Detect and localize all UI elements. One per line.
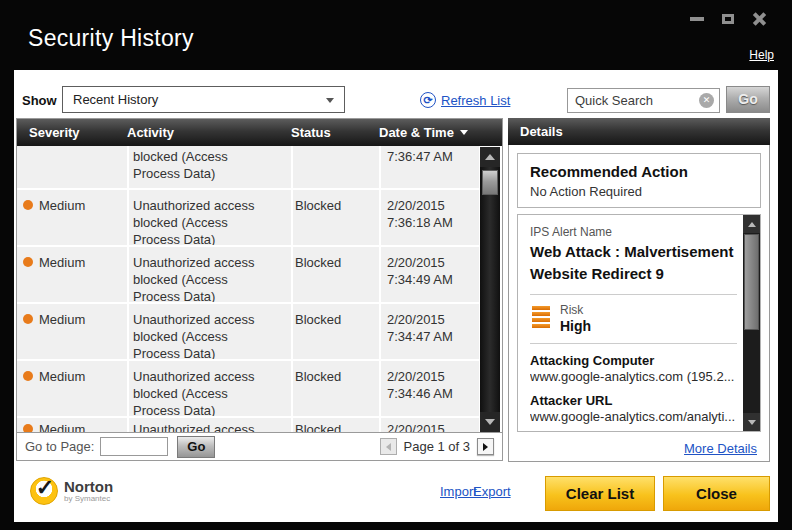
activity-cell: blocked (Access Process Data)	[127, 146, 291, 188]
more-details-link[interactable]: More Details	[684, 441, 757, 456]
quick-search-box: ✕	[567, 88, 720, 113]
severity-dot	[23, 371, 33, 381]
norton-brand: ✓ Norton by Symantec	[30, 477, 113, 505]
page-indicator: Page 1 of 3	[404, 439, 471, 454]
risk-label: Risk	[560, 303, 591, 317]
severity-label: Medium	[39, 197, 85, 214]
close-button[interactable]: Close	[663, 476, 770, 511]
column-severity[interactable]: Severity	[17, 125, 127, 140]
recommended-action-title: Recommended Action	[530, 163, 748, 180]
status-cell: Blocked	[291, 190, 379, 245]
show-label: Show	[22, 93, 57, 108]
severity-dot	[23, 314, 33, 324]
page-title: Security History	[28, 25, 194, 52]
risk-level-icon	[532, 306, 550, 328]
datetime-cell: 2/20/20157:36:18 AM	[379, 190, 479, 245]
previous-page-button[interactable]	[380, 438, 397, 455]
goto-page-label: Go to Page:	[25, 439, 94, 454]
recommended-action-text: No Action Required	[530, 184, 748, 199]
clear-list-button[interactable]: Clear List	[545, 476, 655, 511]
brand-byline: by Symantec	[64, 494, 113, 503]
status-cell: Blocked	[291, 361, 379, 416]
risk-row: Risk High	[530, 303, 737, 334]
activity-cell: Unauthorized access blocked (Access Proc…	[127, 304, 291, 359]
risk-value: High	[560, 318, 591, 334]
datetime-cell: 2/20/20157:34:46 AM	[379, 361, 479, 416]
datetime-cell: 2/20/2015	[379, 418, 479, 433]
status-cell: Blocked	[291, 247, 379, 302]
details-panel: Recommended Action No Action Required IP…	[508, 145, 770, 462]
details-scrollbar[interactable]	[743, 215, 760, 431]
help-link[interactable]: Help	[749, 48, 774, 62]
table-row[interactable]: Medium Unauthorized access blocked (Acce…	[17, 304, 479, 359]
table-row[interactable]: blocked (Access Process Data) 7:36:47 AM	[17, 146, 479, 188]
scroll-up-icon[interactable]	[480, 147, 500, 167]
import-link[interactable]: Import	[440, 484, 477, 499]
search-input[interactable]	[568, 93, 699, 108]
severity-label: Medium	[39, 254, 85, 271]
maximize-icon[interactable]	[719, 11, 737, 27]
arrow-left-icon	[386, 443, 391, 451]
goto-page-go-button[interactable]: Go	[177, 436, 215, 458]
status-cell	[291, 146, 379, 188]
table-body: blocked (Access Process Data) 7:36:47 AM…	[17, 146, 502, 433]
table-row[interactable]: Medium Unauthorized access blocked (Acce…	[17, 190, 479, 245]
clear-search-icon[interactable]: ✕	[699, 93, 714, 108]
table-header: Severity Activity Status Date & Time	[17, 119, 502, 146]
refresh-list-label: Refresh List	[441, 93, 510, 108]
attacker-url-field: Attacker URL www.google-analytics.com/an…	[530, 393, 737, 424]
arrow-right-icon	[483, 443, 488, 451]
close-icon[interactable]	[750, 11, 768, 27]
severity-label: Medium	[39, 368, 85, 385]
refresh-list-link[interactable]: ⟳ Refresh List	[420, 92, 510, 108]
severity-dot	[23, 200, 33, 210]
table-row[interactable]: Medium Unauthorized access blocked (Acce…	[17, 247, 479, 302]
history-table: Severity Activity Status Date & Time blo…	[16, 118, 503, 461]
ips-alert-value: Web Attack : Malvertisement Website Redi…	[530, 241, 737, 285]
activity-cell: Unauthorized access blocked (Access Proc…	[127, 190, 291, 245]
details-header: Details	[508, 118, 770, 145]
activity-cell: Unauthorized access	[127, 418, 291, 433]
scroll-down-icon[interactable]	[743, 413, 760, 431]
recommended-action-box: Recommended Action No Action Required	[517, 153, 761, 208]
scrollbar-thumb[interactable]	[744, 234, 759, 330]
scroll-up-icon[interactable]	[743, 215, 760, 233]
scrollbar-thumb[interactable]	[482, 170, 498, 195]
scroll-down-icon[interactable]	[480, 412, 500, 432]
datetime-cell: 2/20/20157:34:49 AM	[379, 247, 479, 302]
severity-dot	[23, 257, 33, 267]
status-cell: Blocked	[291, 418, 379, 433]
export-link[interactable]: Export	[473, 484, 511, 499]
datetime-cell: 2/20/20157:34:47 AM	[379, 304, 479, 359]
search-go-button[interactable]: Go	[726, 86, 770, 113]
history-filter-dropdown[interactable]: Recent History	[62, 86, 345, 113]
ips-alert-label: IPS Alert Name	[530, 225, 737, 239]
norton-logo-icon: ✓	[30, 477, 58, 505]
table-row[interactable]: Medium Unauthorized access blocked (Acce…	[17, 361, 479, 416]
table-row[interactable]: Medium Unauthorized access Blocked 2/20/…	[17, 418, 479, 433]
dropdown-selected-value: Recent History	[73, 92, 158, 107]
details-scroll-area: IPS Alert Name Web Attack : Malvertiseme…	[517, 214, 761, 432]
activity-cell: Unauthorized access blocked (Access Proc…	[127, 361, 291, 416]
security-history-window: Security History Help Show Recent Histor…	[0, 0, 792, 530]
goto-page-input[interactable]	[100, 437, 168, 456]
refresh-icon: ⟳	[420, 92, 436, 108]
content-panel: Show Recent History ⟳ Refresh List ✕ Go …	[14, 70, 778, 522]
column-status[interactable]: Status	[291, 125, 379, 140]
severity-label: Medium	[39, 311, 85, 328]
pagination-bar: Go to Page: Go Page 1 of 3	[17, 432, 502, 460]
minimize-icon[interactable]	[688, 11, 706, 27]
datetime-cell: 7:36:47 AM	[379, 146, 479, 188]
brand-name: Norton	[64, 480, 113, 494]
window-controls	[688, 11, 768, 27]
chevron-down-icon	[326, 98, 334, 103]
column-activity[interactable]: Activity	[127, 125, 291, 140]
status-cell: Blocked	[291, 304, 379, 359]
attacking-computer-field: Attacking Computer www.google-analytics.…	[530, 353, 737, 384]
table-scrollbar[interactable]	[480, 147, 500, 432]
column-datetime[interactable]: Date & Time	[379, 125, 468, 140]
sort-desc-icon	[460, 130, 468, 135]
next-page-button[interactable]	[477, 438, 494, 455]
activity-cell: Unauthorized access blocked (Access Proc…	[127, 247, 291, 302]
